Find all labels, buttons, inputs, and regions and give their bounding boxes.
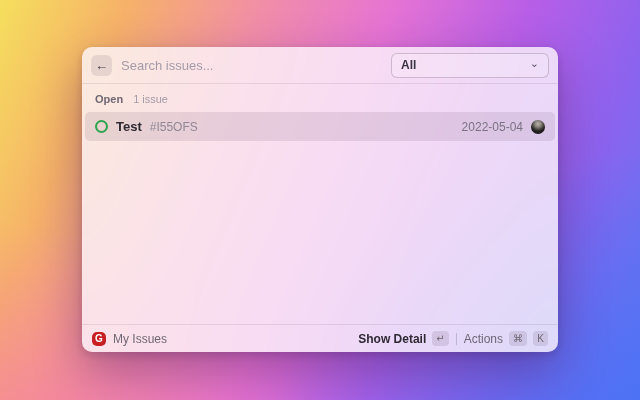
show-detail-button[interactable]: Show Detail ↵ <box>358 331 448 346</box>
issue-search-palette: ← All ⌄ Open 1 issue Test #I55OFS 2022-0… <box>82 47 558 352</box>
actions-button[interactable]: Actions ⌘ K <box>464 331 548 346</box>
issue-row[interactable]: Test #I55OFS 2022-05-04 <box>85 112 555 141</box>
issue-count-label: 1 issue <box>133 93 168 105</box>
back-arrow-icon: ← <box>95 59 108 72</box>
search-bar: ← All ⌄ <box>82 47 558 84</box>
open-status-icon <box>95 120 108 133</box>
search-input[interactable] <box>121 58 382 73</box>
group-label: Open <box>95 93 123 105</box>
results-header: Open 1 issue <box>82 84 558 110</box>
filter-dropdown[interactable]: All ⌄ <box>391 53 549 78</box>
issue-date: 2022-05-04 <box>462 120 523 134</box>
footer-bar: G My Issues Show Detail ↵ Actions ⌘ K <box>82 324 558 352</box>
command-key-icon: ⌘ <box>509 331 527 346</box>
gitee-logo-icon: G <box>92 332 106 346</box>
k-key-icon: K <box>533 331 548 346</box>
footer-actions: Show Detail ↵ Actions ⌘ K <box>358 331 548 346</box>
footer-divider <box>456 333 457 345</box>
assignee-avatar <box>531 120 545 134</box>
issue-id: #I55OFS <box>150 120 198 134</box>
back-button[interactable]: ← <box>91 55 112 76</box>
show-detail-label: Show Detail <box>358 332 426 346</box>
filter-selected-value: All <box>401 58 416 72</box>
chevron-down-icon: ⌄ <box>530 58 539 69</box>
actions-label: Actions <box>464 332 503 346</box>
return-key-icon: ↵ <box>432 331 448 346</box>
context-label: My Issues <box>113 332 167 346</box>
empty-results-area <box>82 141 558 324</box>
issue-title: Test <box>116 119 142 134</box>
